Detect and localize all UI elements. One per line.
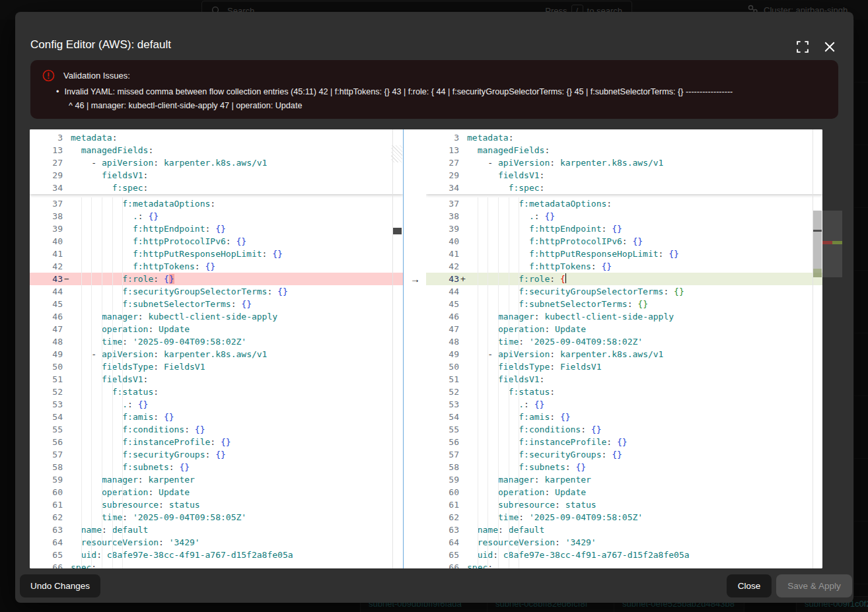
- revert-change-arrow-icon[interactable]: →: [404, 273, 427, 285]
- code-line[interactable]: 39 f:httpEndpoint: {}: [30, 222, 403, 235]
- code-line[interactable]: 61 subresource: status: [30, 498, 403, 511]
- code-line[interactable]: 55 f:conditions: {}: [30, 423, 403, 436]
- code-line[interactable]: 51 fieldsV1:: [426, 373, 822, 386]
- code-line[interactable]: 39 f:httpEndpoint: {}: [426, 222, 822, 235]
- code-text: f:metadataOptions:: [71, 197, 403, 210]
- code-line[interactable]: 50 fieldsType: FieldsV1: [30, 360, 403, 373]
- code-line[interactable]: 58 f:subnets: {}: [30, 461, 403, 473]
- code-line[interactable]: 43− f:role: {}: [30, 273, 403, 285]
- diff-mark: [459, 348, 467, 360]
- code-line[interactable]: 41 f:httpPutResponseHopLimit: {}: [30, 248, 403, 260]
- code-line[interactable]: 27 - apiVersion: karpenter.k8s.aws/v1: [30, 156, 403, 169]
- code-line[interactable]: 54 f:amis: {}: [30, 411, 403, 423]
- close-button[interactable]: Close: [727, 574, 772, 597]
- left-scrollbar-marker[interactable]: [393, 228, 402, 234]
- code-line[interactable]: 60 operation: Update: [30, 486, 403, 498]
- code-line[interactable]: 63 name: default: [30, 524, 403, 536]
- code-line[interactable]: 13 managedFields:: [426, 144, 822, 156]
- sticky-scroll-header: 3metadata:13 managedFields:27 - apiVersi…: [30, 129, 403, 194]
- code-line[interactable]: 27 - apiVersion: karpenter.k8s.aws/v1: [426, 156, 822, 169]
- code-line[interactable]: 29 fieldsV1:: [30, 169, 403, 182]
- line-number: 60: [30, 486, 63, 498]
- diff-mark: [63, 373, 71, 386]
- line-number: 44: [426, 285, 459, 298]
- code-text: f:securityGroupSelectorTerms: {}: [71, 285, 403, 298]
- code-line[interactable]: 62 time: '2025-09-04T09:58:05Z': [30, 511, 403, 524]
- code-line[interactable]: 64 resourceVersion: '3429': [30, 536, 403, 549]
- code-line[interactable]: 65 uid: c8afe97e-38cc-4f91-a767-d15f2a8f…: [30, 549, 403, 561]
- code-line[interactable]: 40 f:httpProtocolIPv6: {}: [426, 235, 822, 248]
- code-line[interactable]: 52 f:status:: [30, 386, 403, 398]
- code-line[interactable]: 45 f:subnetSelectorTerms: {}: [30, 298, 403, 310]
- code-line[interactable]: 56 f:instanceProfile: {}: [426, 436, 822, 448]
- diff-mark: [63, 348, 71, 360]
- code-line[interactable]: 49 - apiVersion: karpenter.k8s.aws/v1: [30, 348, 403, 360]
- code-line[interactable]: 63 name: default: [426, 524, 822, 536]
- code-line[interactable]: 43+ f:role: {: [426, 273, 822, 285]
- code-line[interactable]: 42 f:httpTokens: {}: [426, 260, 822, 273]
- code-line[interactable]: 53 .: {}: [30, 398, 403, 411]
- vertical-scrollbar[interactable]: [813, 211, 822, 277]
- line-number: 48: [30, 335, 63, 348]
- code-line[interactable]: 46 manager: kubectl-client-side-apply: [30, 310, 403, 323]
- code-line[interactable]: 46 manager: kubectl-client-side-apply: [426, 310, 822, 323]
- code-line[interactable]: 51 fieldsV1:: [30, 373, 403, 386]
- code-line[interactable]: 66spec:: [426, 561, 822, 568]
- diff-mark: [63, 411, 71, 423]
- line-number: 39: [426, 222, 459, 235]
- code-line[interactable]: 48 time: '2025-09-04T09:58:02Z': [426, 335, 822, 348]
- code-line[interactable]: 37 f:metadataOptions:: [426, 197, 822, 210]
- code-line[interactable]: 45 f:subnetSelectorTerms: {}: [426, 298, 822, 310]
- code-line[interactable]: 61 subresource: status: [426, 498, 822, 511]
- code-line[interactable]: 3metadata:: [426, 131, 822, 144]
- code-line[interactable]: 55 f:conditions: {}: [426, 423, 822, 436]
- code-line[interactable]: 54 f:amis: {}: [426, 411, 822, 423]
- code-line[interactable]: 52 f:status:: [426, 386, 822, 398]
- code-line[interactable]: 58 f:subnets: {}: [426, 461, 822, 473]
- code-pane-modified[interactable]: 37 f:metadataOptions:38 .: {}39 f:httpEn…: [426, 129, 822, 568]
- code-line[interactable]: 42 f:httpTokens: {}: [30, 260, 403, 273]
- diff-mark: [459, 131, 467, 144]
- diff-mark: [459, 298, 467, 310]
- code-line[interactable]: 3metadata:: [30, 131, 403, 144]
- code-line[interactable]: 44 f:securityGroupSelectorTerms: {}: [30, 285, 403, 298]
- code-line[interactable]: 62 time: '2025-09-04T09:58:05Z': [426, 511, 822, 524]
- code-line[interactable]: 57 f:securityGroups: {}: [30, 448, 403, 461]
- code-line[interactable]: 49 - apiVersion: karpenter.k8s.aws/v1: [426, 348, 822, 360]
- code-line[interactable]: 60 operation: Update: [426, 486, 822, 498]
- code-line[interactable]: 59 manager: karpenter: [426, 473, 822, 486]
- code-pane-original[interactable]: 37 f:metadataOptions:38 .: {}39 f:httpEn…: [30, 129, 403, 568]
- code-line[interactable]: 47 operation: Update: [30, 323, 403, 335]
- code-line[interactable]: 34 f:spec:: [30, 182, 403, 194]
- code-line[interactable]: 65 uid: c8afe97e-38cc-4f91-a767-d15f2a8f…: [426, 549, 822, 561]
- code-text: metadata:: [467, 131, 822, 144]
- code-line[interactable]: 47 operation: Update: [426, 323, 822, 335]
- code-line[interactable]: 38 .: {}: [30, 210, 403, 222]
- line-number: 38: [30, 210, 63, 222]
- code-line[interactable]: 50 fieldsType: FieldsV1: [426, 360, 822, 373]
- code-line[interactable]: 41 f:httpPutResponseHopLimit: {}: [426, 248, 822, 260]
- close-icon[interactable]: [824, 41, 837, 54]
- code-line[interactable]: 34 f:spec:: [426, 182, 822, 194]
- code-line[interactable]: 59 manager: karpenter: [30, 473, 403, 486]
- expand-fullscreen-icon[interactable]: [797, 41, 810, 54]
- yaml-diff-editor[interactable]: 37 f:metadataOptions:38 .: {}39 f:httpEn…: [30, 129, 822, 568]
- code-line[interactable]: 48 time: '2025-09-04T09:58:02Z': [30, 335, 403, 348]
- code-line[interactable]: 44 f:securityGroupSelectorTerms: {}: [426, 285, 822, 298]
- code-line[interactable]: 13 managedFields:: [30, 144, 403, 156]
- config-editor-modal: Config Editor (AWS): default Validation …: [15, 12, 853, 603]
- code-line[interactable]: 64 resourceVersion: '3429': [426, 536, 822, 549]
- code-line[interactable]: 57 f:securityGroups: {}: [426, 448, 822, 461]
- line-number: 53: [426, 398, 459, 411]
- overview-ruler[interactable]: [822, 211, 842, 277]
- code-line[interactable]: 56 f:instanceProfile: {}: [30, 436, 403, 448]
- code-line[interactable]: 29 fieldsV1:: [426, 169, 822, 182]
- line-number: 49: [426, 348, 459, 360]
- code-line[interactable]: 53 .: {}: [426, 398, 822, 411]
- undo-changes-button[interactable]: Undo Changes: [20, 574, 100, 597]
- code-line[interactable]: 40 f:httpProtocolIPv6: {}: [30, 235, 403, 248]
- code-line[interactable]: 66spec:: [30, 561, 403, 568]
- code-line[interactable]: 38 .: {}: [426, 210, 822, 222]
- save-apply-button[interactable]: Save & Apply: [776, 574, 852, 597]
- code-line[interactable]: 37 f:metadataOptions:: [30, 197, 403, 210]
